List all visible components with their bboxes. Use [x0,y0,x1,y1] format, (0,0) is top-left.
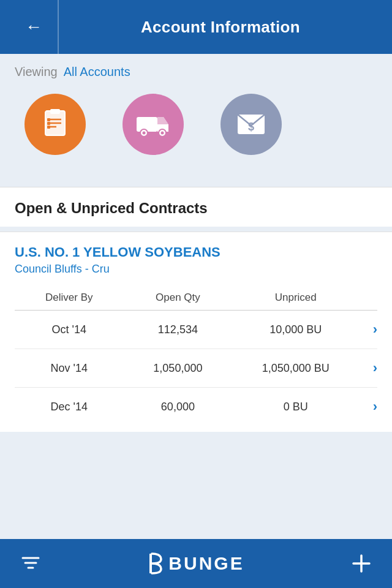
filter-button[interactable] [0,539,61,588]
back-button[interactable]: ← [10,0,59,54]
pointer-indicator [0,173,392,187]
delivery-icon-button[interactable] [123,94,184,155]
header: ← Account Information [0,0,392,54]
page-title: Account Information [59,18,382,37]
svg-rect-9 [137,117,157,132]
cell-deliver: Nov '14 [15,349,124,388]
cell-qty: 1,050,000 [124,349,233,388]
cell-unpriced: 10,000 BU [232,311,359,349]
add-button[interactable] [331,539,392,588]
caret-icon [54,173,76,187]
back-arrow-icon: ← [25,17,42,37]
cell-qty: 112,534 [124,311,233,349]
icon-row: $ [0,88,392,173]
svg-text:$: $ [248,121,254,133]
col-header-arrow [359,285,377,311]
subheader: Viewing All Accounts [0,54,392,88]
section-title-bar: Open & Unpriced Contracts [0,187,392,227]
svg-point-11 [143,132,146,135]
contract-location: Council Bluffs - Cru [15,263,377,276]
bunge-logo-area: BUNGE [61,552,331,575]
bunge-logo: BUNGE [148,552,244,575]
contract-card: U.S. NO. 1 YELLOW SOYBEANS Council Bluff… [0,232,392,432]
table-row[interactable]: Nov '141,050,0001,050,000 BU› [15,349,377,388]
bottom-bar: BUNGE [0,539,392,588]
billing-icon-button[interactable]: $ [221,94,282,155]
cell-unpriced: 1,050,000 BU [232,349,359,388]
row-arrow-icon[interactable]: › [359,349,377,388]
cell-qty: 60,000 [124,388,233,426]
svg-rect-8 [47,126,50,129]
svg-rect-7 [47,122,50,125]
row-arrow-icon[interactable]: › [359,311,377,349]
row-arrow-icon[interactable]: › [359,388,377,426]
cell-unpriced: 0 BU [232,388,359,426]
table-row[interactable]: Oct '14112,53410,000 BU› [15,311,377,349]
svg-rect-6 [47,118,50,121]
viewing-label: Viewing [15,65,58,79]
table-row[interactable]: Dec '1460,0000 BU› [15,388,377,426]
col-header-qty: Open Qty [124,285,233,311]
contract-name: U.S. NO. 1 YELLOW SOYBEANS [15,244,377,260]
svg-rect-2 [50,109,60,114]
svg-point-13 [161,132,164,135]
col-header-unpriced: Unpriced [232,285,359,311]
col-header-deliver: Deliver By [15,285,124,311]
bunge-logo-icon [148,552,164,575]
cell-deliver: Dec '14 [15,388,124,426]
svg-rect-19 [149,554,152,573]
section-title: Open & Unpriced Contracts [15,200,377,217]
cell-deliver: Oct '14 [15,311,124,349]
contract-table: Deliver By Open Qty Unpriced Oct '14112,… [15,285,377,426]
accounts-filter-value[interactable]: All Accounts [64,65,130,79]
contracts-icon-button[interactable] [24,94,86,155]
bunge-text: BUNGE [168,553,244,574]
